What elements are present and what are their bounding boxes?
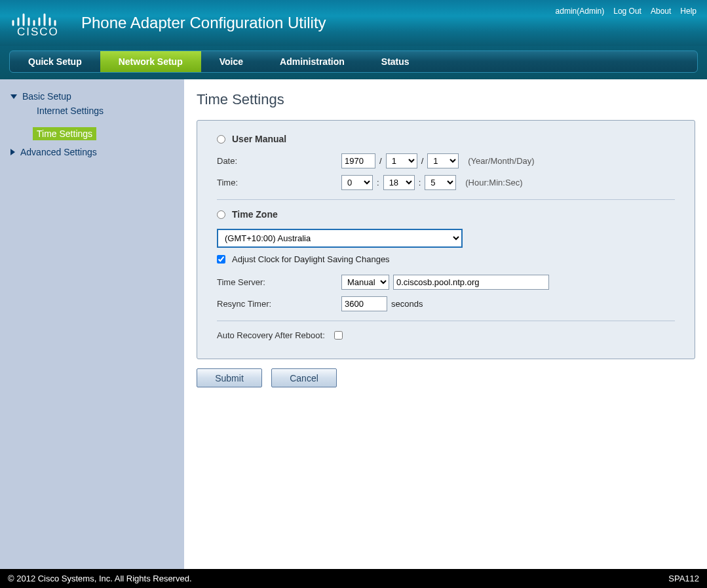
sidebar: Basic Setup Internet Settings Time Setti… [0,79,185,569]
main-panel: Time Settings User Manual Date: / 1 / 1 [185,79,707,569]
label-auto-recovery: Auto Recovery After Reboot: [217,330,325,340]
chevron-down-icon [10,94,17,99]
header-about-link[interactable]: About [651,7,671,16]
tab-status[interactable]: Status [363,51,428,72]
hint-time: (Hour:Min:Sec) [465,178,522,187]
row-time: Time: 0 : 18 : 5 (Hour:Min:Sec) [217,175,675,190]
divider-1 [217,199,675,200]
row-time-server: Time Server: Manual [217,275,675,290]
content-area: Basic Setup Internet Settings Time Setti… [0,79,707,569]
chevron-right-icon [10,149,15,155]
brand-block: CISCO [9,8,62,39]
date-day-select[interactable]: 1 [427,153,459,168]
submit-button[interactable]: Submit [197,368,262,387]
button-row: Submit Cancel [197,368,695,387]
sidebar-item-advanced-settings[interactable]: Advanced Settings [9,144,178,160]
time-server-host-input[interactable] [393,275,549,290]
page-title: Time Settings [197,91,695,108]
sidebar-group-basic: Basic Setup Internet Settings Time Setti… [9,88,178,140]
time-second-select[interactable]: 5 [425,175,456,190]
app-title: Phone Adapter Configuration Utility [81,14,326,32]
header-help-link[interactable]: Help [680,7,697,16]
row-auto-recovery: Auto Recovery After Reboot: [217,330,675,340]
label-time: Time: [217,178,341,187]
heading-user-manual: User Manual [232,134,286,144]
tab-network-setup[interactable]: Network Setup [100,51,201,72]
date-month-select[interactable]: 1 [386,153,417,168]
label-dst: Adjust Clock for Daylight Saving Changes [232,254,390,264]
header-logout-link[interactable]: Log Out [613,7,641,16]
sidebar-group-advanced: Advanced Settings [9,144,178,160]
main-nav: Quick Setup Network Setup Voice Administ… [9,50,698,73]
app-header: CISCO Phone Adapter Configuration Utilit… [0,0,707,46]
radio-time-zone[interactable] [217,210,225,219]
time-server-mode-select[interactable]: Manual [341,275,389,290]
row-date: Date: / 1 / 1 (Year/Month/Day) [217,153,675,168]
hint-date: (Year/Month/Day) [468,156,534,166]
heading-time-zone: Time Zone [232,209,278,220]
section-time-zone: Time Zone [217,209,675,220]
header-user-link[interactable]: admin(Admin) [556,7,605,16]
section-user-manual: User Manual [217,134,675,144]
label-date: Date: [217,156,341,166]
settings-panel: User Manual Date: / 1 / 1 (Year/Month/Da… [197,120,695,359]
resync-timer-input[interactable] [341,296,387,311]
sidebar-label-basic: Basic Setup [22,91,71,102]
radio-user-manual[interactable] [217,135,225,144]
row-dst: Adjust Clock for Daylight Saving Changes [217,254,675,264]
nav-row: Quick Setup Network Setup Voice Administ… [0,46,707,79]
row-resync: Resync Timer: seconds [217,296,675,311]
label-time-server: Time Server: [217,277,341,287]
time-hour-select[interactable]: 0 [341,175,373,190]
sidebar-item-basic-setup[interactable]: Basic Setup [9,88,178,104]
tab-quick-setup[interactable]: Quick Setup [10,51,100,72]
cancel-button[interactable]: Cancel [271,368,337,387]
header-links: admin(Admin) Log Out About Help [556,7,697,16]
sidebar-item-internet-settings[interactable]: Internet Settings [33,104,178,117]
date-year-input[interactable] [341,153,375,168]
label-resync: Resync Timer: [217,299,341,309]
tab-voice[interactable]: Voice [201,51,261,72]
tab-administration[interactable]: Administration [261,51,363,72]
dst-checkbox[interactable] [217,255,225,264]
timezone-select[interactable]: (GMT+10:00) Australia [217,229,463,248]
sidebar-label-advanced: Advanced Settings [20,147,97,157]
footer-copyright: © 2012 Cisco Systems, Inc. All Rights Re… [8,574,192,583]
footer: © 2012 Cisco Systems, Inc. All Rights Re… [0,569,707,588]
time-minute-select[interactable]: 18 [383,175,415,190]
label-seconds: seconds [391,299,423,309]
auto-recovery-checkbox[interactable] [334,331,343,340]
sidebar-item-time-settings[interactable]: Time Settings [33,127,96,140]
brand-text: CISCO [17,26,59,37]
cisco-bridge-icon: CISCO [9,8,62,39]
footer-model: SPA112 [668,574,699,583]
divider-2 [217,321,675,321]
